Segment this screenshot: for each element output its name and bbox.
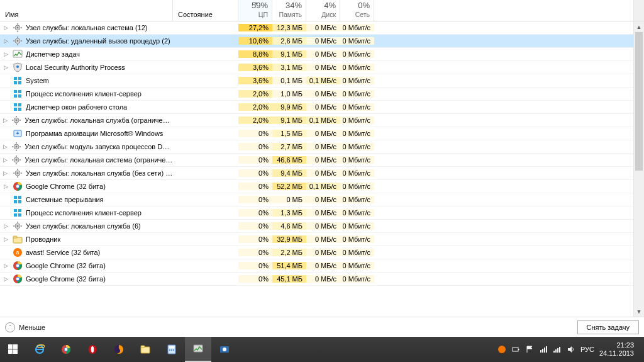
header-memory[interactable]: 34%Память xyxy=(272,0,306,21)
process-name: avast! Service (32 бита) xyxy=(26,249,100,256)
tray-clock[interactable]: 21:23 24.11.2013 xyxy=(599,341,639,358)
table-row[interactable]: Программа архивации Microsoft® Windows0%… xyxy=(0,127,633,140)
expand-icon[interactable]: ▷ xyxy=(3,144,8,150)
tray-flag-icon[interactable] xyxy=(525,345,534,354)
cell-network: 0 Мбит/с xyxy=(340,275,374,283)
table-row[interactable]: ▷Google Chrome (32 бита)0%51,4 МБ0 МБ/с0… xyxy=(0,259,633,273)
cell-cpu: 3,6% xyxy=(238,77,272,84)
expand-icon[interactable]: ▷ xyxy=(3,223,9,229)
expand-icon[interactable] xyxy=(3,104,9,110)
expand-icon[interactable]: ▷ xyxy=(3,64,9,71)
start-button[interactable] xyxy=(0,337,26,362)
table-row[interactable]: aavast! Service (32 бита)0%2,2 МБ0 МБ/с0… xyxy=(0,246,633,259)
process-name: Local Security Authority Process xyxy=(26,64,125,71)
svg-point-99 xyxy=(223,348,226,351)
table-row[interactable]: ▷Узел службы: локальная служба (6)0%4,6 … xyxy=(0,220,633,233)
header-network[interactable]: 0%Сеть xyxy=(340,0,374,21)
process-name: Диспетчер окон рабочего стола xyxy=(26,103,127,111)
end-task-button[interactable]: Снять задачу xyxy=(577,320,640,334)
svg-rect-25 xyxy=(18,108,21,111)
expand-icon[interactable]: ▷ xyxy=(3,276,9,282)
header-name[interactable]: Имя xyxy=(0,0,173,21)
vertical-scrollbar[interactable]: ▲ ▼ xyxy=(633,21,644,317)
table-row[interactable]: ▷Узел службы: удаленный вызов процедур (… xyxy=(0,35,633,48)
taskbar-app[interactable] xyxy=(211,337,238,362)
tray-network-icon[interactable] xyxy=(539,345,548,354)
expand-icon[interactable]: ▷ xyxy=(3,236,9,242)
table-row[interactable]: Системные прерывания0%0 МБ0 МБ/с0 Мбит/с xyxy=(0,193,633,206)
tray-language[interactable]: РУС xyxy=(580,346,594,353)
process-name: Системные прерывания xyxy=(26,196,104,203)
expand-icon[interactable] xyxy=(3,77,9,84)
taskbar-calculator[interactable] xyxy=(158,337,185,362)
expand-icon[interactable] xyxy=(3,196,9,203)
table-row[interactable]: Процесс исполнения клиент-сервер2,0%1,0 … xyxy=(0,88,633,101)
cell-cpu: 0% xyxy=(238,249,272,256)
tray-battery-icon[interactable] xyxy=(511,345,520,354)
svg-rect-22 xyxy=(14,103,17,106)
table-row[interactable]: ▷Диспетчер задач8,8%9,1 МБ0 МБ/с0 Мбит/с xyxy=(0,48,633,61)
taskbar-taskmanager[interactable] xyxy=(185,337,211,362)
scroll-track[interactable] xyxy=(634,32,644,306)
tray-wifi-icon[interactable] xyxy=(553,345,562,354)
cell-memory: 9,1 МБ xyxy=(272,116,306,124)
expand-icon[interactable] xyxy=(3,130,9,137)
table-row[interactable]: Процесс исполнения клиент-сервер0%1,3 МБ… xyxy=(0,206,633,220)
fewer-details-button[interactable]: ˄ Меньше xyxy=(5,322,45,332)
expand-icon[interactable]: ▷ xyxy=(3,117,8,123)
taskbar-ie[interactable] xyxy=(26,337,53,362)
expand-icon[interactable]: ▷ xyxy=(3,51,9,57)
header-cpu[interactable]: 59%ЦП xyxy=(238,0,272,21)
table-row[interactable]: ▷Узел службы: модуль запуска процессов D… xyxy=(0,140,633,154)
table-row[interactable]: System3,6%0,1 МБ0,1 МБ/с0 Мбит/с xyxy=(0,74,633,88)
table-row[interactable]: ▷Узел службы: локальная система (12)27,2… xyxy=(0,21,633,35)
expand-icon[interactable] xyxy=(3,210,9,216)
taskbar-chrome[interactable] xyxy=(53,337,79,362)
table-row[interactable]: ▷Узел службы: локальная служба (ограниче… xyxy=(0,114,633,127)
taskbar-firefox[interactable] xyxy=(106,337,132,362)
svg-rect-110 xyxy=(559,347,560,353)
scroll-down-button[interactable]: ▼ xyxy=(634,306,644,317)
header-state[interactable]: Состояние xyxy=(173,0,238,21)
expand-icon[interactable]: ▷ xyxy=(3,170,9,176)
svg-point-100 xyxy=(498,346,506,353)
table-row[interactable]: ▷Google Chrome (32 бита)0%45,1 МБ0 МБ/с0… xyxy=(0,273,633,286)
taskbar-opera[interactable] xyxy=(79,337,106,362)
svg-point-34 xyxy=(16,146,18,148)
scroll-thumb[interactable] xyxy=(635,32,643,171)
cell-cpu: 0% xyxy=(238,262,272,269)
svg-rect-79 xyxy=(13,344,18,349)
cell-disk: 0 МБ/с xyxy=(306,249,340,256)
svg-rect-18 xyxy=(14,90,17,93)
table-row[interactable]: ▷Google Chrome (32 бита)0%52,2 МБ0,1 МБ/… xyxy=(0,180,633,193)
scroll-up-button[interactable]: ▲ xyxy=(634,21,644,32)
table-row[interactable]: Диспетчер окон рабочего стола2,0%9,9 МБ0… xyxy=(0,101,633,114)
table-row[interactable]: ▷Local Security Authority Process3,6%3,1… xyxy=(0,61,633,74)
svg-rect-16 xyxy=(14,81,17,84)
expand-icon[interactable] xyxy=(3,91,9,97)
process-name: Узел службы: локальная служба (6) xyxy=(26,222,141,230)
svg-point-86 xyxy=(65,348,68,351)
svg-rect-23 xyxy=(18,103,21,106)
tray-avast-icon[interactable] xyxy=(497,345,506,354)
cell-disk: 0 МБ/с xyxy=(306,262,340,269)
table-header: Имя Состояние 59%ЦП 34%Память 4%Диск 0%С… xyxy=(0,0,644,21)
table-row[interactable]: ▷Проводник0%32,9 МБ0 МБ/с0 Мбит/с xyxy=(0,233,633,246)
cell-cpu: 0% xyxy=(238,183,272,190)
cell-disk: 0 МБ/с xyxy=(306,143,340,150)
expand-icon[interactable]: ▷ xyxy=(3,263,9,269)
table-row[interactable]: ▷Узел службы: локальная служба (без сети… xyxy=(0,167,633,180)
expand-icon[interactable]: ▷ xyxy=(3,38,9,44)
expand-icon[interactable]: ▷ xyxy=(3,25,9,31)
table-row[interactable]: ▷Узел службы: локальная система (огранич… xyxy=(0,154,633,167)
header-disk[interactable]: 4%Диск xyxy=(306,0,340,21)
process-icon: a xyxy=(13,247,23,257)
expand-icon[interactable]: ▷ xyxy=(3,157,8,163)
process-icon xyxy=(13,62,23,72)
footer-bar: ˄ Меньше Снять задачу xyxy=(0,317,644,337)
tray-volume-icon[interactable] xyxy=(567,345,575,354)
taskbar-explorer[interactable] xyxy=(132,337,158,362)
cell-disk: 0 МБ/с xyxy=(306,209,340,217)
expand-icon[interactable] xyxy=(3,249,9,256)
expand-icon[interactable]: ▷ xyxy=(3,183,9,189)
